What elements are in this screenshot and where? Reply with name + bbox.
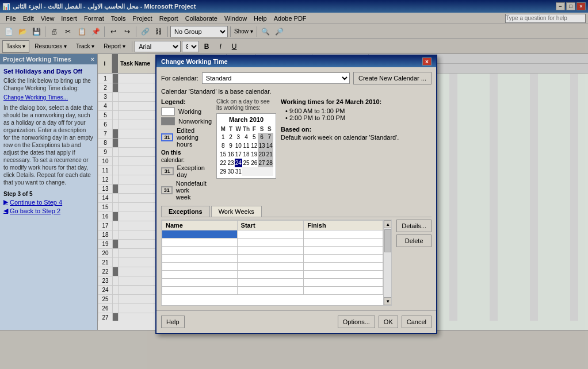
cal-day-header: M [219, 125, 227, 133]
calendar-day[interactable]: 14 [266, 141, 273, 150]
scroll-track [384, 228, 391, 297]
calendar-day[interactable]: 12 [250, 141, 258, 150]
exceptions-area: ▲ ▼ Name Start Finish [161, 220, 432, 306]
calendar-day[interactable]: 20 [258, 150, 265, 159]
exception-row-5[interactable] [162, 263, 383, 271]
nondefault-num: 31 [161, 186, 173, 194]
calendar-day[interactable]: 28 [266, 159, 273, 167]
calendar-month-title: March 2010 [219, 116, 273, 123]
ok-button[interactable]: OK [379, 316, 398, 328]
calendar-day[interactable]: 18 [242, 150, 250, 159]
exceptions-table-container: ▲ ▼ Name Start Finish [161, 220, 392, 306]
calendar-day[interactable]: 10 [235, 141, 242, 150]
delete-button[interactable]: Delete [396, 235, 432, 247]
calendar-day[interactable]: 23 [227, 159, 234, 167]
exception-row-3[interactable] [162, 247, 383, 255]
help-button[interactable]: Help [161, 316, 185, 328]
working-time-2: • 2:00 PM to 7:00 PM [285, 114, 432, 121]
create-new-calendar-button[interactable]: Create New Calendar ... [353, 72, 432, 84]
nonworking-box [161, 117, 175, 125]
based-on-title: Based on: [281, 126, 432, 133]
calendar-day[interactable]: 21 [266, 150, 273, 159]
calendar-day[interactable]: 4 [242, 133, 250, 141]
exception-row-7[interactable] [162, 279, 383, 287]
working-label: Working [178, 108, 201, 115]
calendar-day[interactable]: 11 [242, 141, 250, 150]
calendar-day[interactable]: 3 [235, 133, 242, 141]
dialog-title-bar: Change Working Time × [156, 56, 436, 67]
calendar-day [258, 167, 265, 176]
calendar-day [242, 167, 250, 176]
calendar-section: Click on a day to see its working times:… [216, 98, 276, 179]
calendar-day[interactable]: 19 [250, 150, 258, 159]
calendar-container: March 2010 MTWThFSS 12345678910111213141… [216, 113, 276, 179]
calendar-day[interactable]: 6 [258, 133, 265, 141]
footer-right: Options... OK Cancel [338, 316, 432, 328]
dialog-overlay: Change Working Time × For calendar: Stan… [0, 0, 588, 341]
calendar-day[interactable]: 30 [227, 167, 234, 176]
calendar-day[interactable]: 25 [242, 159, 250, 167]
nonworking-label: Nonworking [178, 118, 212, 125]
scroll-down-arrow[interactable]: ▼ [384, 297, 392, 305]
exception-row-8[interactable] [162, 287, 383, 295]
for-calendar-label: For calendar: [161, 75, 198, 82]
calendar-day[interactable]: 27 [258, 159, 265, 167]
calendar-day[interactable]: 29 [219, 167, 227, 176]
exception-label: Exception day [177, 164, 212, 178]
calendar-day[interactable]: 8 [219, 141, 227, 150]
calendar-day[interactable]: 31 [235, 167, 242, 176]
scroll-thumb[interactable] [384, 229, 391, 252]
cal-day-header: Th [242, 125, 250, 133]
dialog-footer: Help Options... OK Cancel [156, 310, 436, 333]
footer-left: Help [161, 316, 185, 328]
dialog-close-button[interactable]: × [422, 57, 432, 66]
work-weeks-tab[interactable]: Work Weeks [211, 206, 262, 217]
nondefault-label: Nondefault workweek [176, 180, 212, 201]
exceptions-tab[interactable]: Exceptions [161, 206, 210, 217]
calendar-day[interactable]: 7 [266, 133, 273, 141]
legend-edited: 31 Edited workinghours [161, 127, 212, 148]
calendar-select[interactable]: Standard [202, 72, 350, 84]
exception-row-6[interactable] [162, 271, 383, 279]
exceptions-scrollbar: ▲ ▼ [383, 220, 391, 305]
tab-bar: Exceptions Work Weeks [161, 206, 432, 217]
calendar-day[interactable]: 2 [227, 133, 234, 141]
calendar-day[interactable]: 13 [258, 141, 265, 150]
based-on-section: Based on: Default work week on calendar … [281, 126, 432, 141]
based-on-text: Default work week on calendar 'Standard'… [281, 134, 432, 141]
calendar-day[interactable]: 26 [250, 159, 258, 167]
details-button[interactable]: Details... [396, 220, 432, 232]
working-box [161, 107, 175, 116]
calendar-day[interactable]: 22 [219, 159, 227, 167]
working-times-section: Working times for 24 March 2010: • 9:00 … [281, 98, 432, 121]
options-button[interactable]: Options... [338, 316, 375, 328]
on-this-calendar-sub: calendar: [161, 157, 212, 163]
legend-working: Working [161, 107, 212, 116]
exception-row-4[interactable] [162, 255, 383, 263]
legend-section: Legend: Working Nonworking [161, 98, 212, 202]
calendar-day[interactable]: 1 [219, 133, 227, 141]
start-column-header: Start [237, 221, 304, 230]
dialog-body: For calendar: Standard Create New Calend… [156, 67, 436, 310]
click-instruction: Click on a day to see its working times: [216, 98, 276, 111]
calendar-day[interactable]: 16 [227, 150, 234, 159]
edited-num: 31 [161, 133, 173, 141]
dialog-right-col: Working times for 24 March 2010: • 9:00 … [281, 98, 432, 206]
scroll-up-arrow[interactable]: ▲ [384, 220, 392, 228]
cancel-button[interactable]: Cancel [402, 316, 432, 328]
exception-buttons: Details... Delete [394, 220, 432, 306]
calendar-day[interactable]: 17 [235, 150, 242, 159]
calendar-day[interactable]: 5 [250, 133, 258, 141]
calendar-day[interactable]: 24 [235, 159, 242, 167]
working-time-1: • 9:00 AM to 1:00 PM [285, 107, 432, 114]
calendar-day[interactable]: 9 [227, 141, 234, 150]
calendar-day[interactable]: 15 [219, 150, 227, 159]
legend-nondefault: 31 Nondefault workweek [161, 180, 212, 201]
exception-row-2[interactable] [162, 239, 383, 247]
exceptions-table: Name Start Finish [162, 220, 383, 295]
cal-day-header: F [250, 125, 258, 133]
legend-and-instruction: Legend: Working Nonworking [161, 98, 276, 202]
calendar-day [266, 167, 273, 176]
exception-row-1[interactable] [162, 230, 383, 239]
cal-day-header: T [227, 125, 234, 133]
